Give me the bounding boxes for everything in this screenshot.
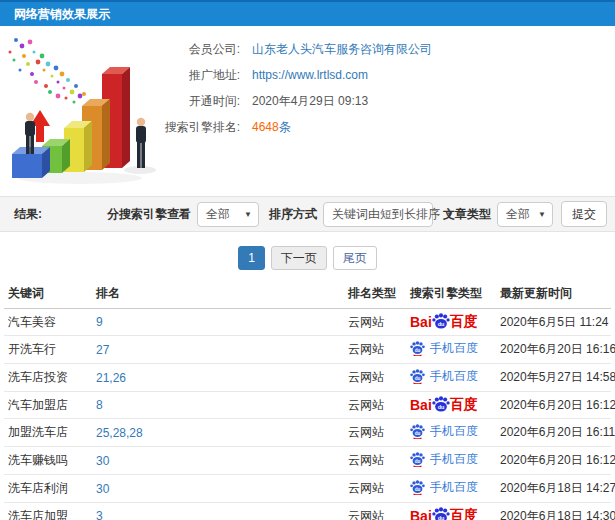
baidu-paw-icon: du — [432, 507, 450, 520]
table-row: 洗车店投资 21,26 云网站 du手机百度 2020年5月27日 14:58 — [4, 364, 611, 392]
confetti-dots — [9, 38, 87, 104]
open-time-value: 2020年4月29日 09:13 — [252, 93, 368, 110]
promo-url-link[interactable]: https://www.lrtlsd.com — [252, 68, 368, 82]
engine-cell: Baidu百度 — [406, 309, 496, 336]
engine-rank-value: 4648条 — [252, 119, 291, 136]
submit-button[interactable]: 提交 — [561, 201, 607, 227]
updated-cell: 2020年5月27日 14:58 — [496, 364, 611, 392]
sort-select[interactable]: 关键词由短到长排序 ▼ — [323, 202, 433, 227]
mobile-baidu-label: 手机百度 — [430, 451, 478, 468]
baidu-paw-icon: du — [410, 369, 425, 384]
rank-cell: 8 — [92, 392, 344, 419]
svg-text:du: du — [415, 376, 421, 381]
table-row: 加盟洗车店 25,28,28 云网站 du手机百度 2020年6月20日 16:… — [4, 419, 611, 447]
updated-cell: 2020年6月5日 11:24 — [496, 309, 611, 336]
results-table-wrap: 关键词 排名 排名类型 搜索引擎类型 最新更新时间 汽车美容 9 云网站 Bai… — [4, 279, 611, 520]
search-engine-logo: Baidu百度 — [410, 507, 478, 520]
keyword-cell: 洗车店利润 — [4, 475, 92, 503]
article-type-select[interactable]: 全部 ▼ — [497, 202, 553, 227]
rank-type-cell: 云网站 — [344, 503, 406, 520]
article-type-selected-value: 全部 — [506, 206, 530, 223]
info-row-member: 会员公司: 山东老人头汽车服务咨询有限公司 — [130, 36, 615, 62]
updated-cell: 2020年6月18日 14:27 — [496, 475, 611, 503]
app-header: 网络营销效果展示 — [0, 0, 615, 26]
updated-cell: 2020年6月20日 16:16 — [496, 336, 611, 364]
rank-cell: 25,28,28 — [92, 419, 344, 447]
svg-text:du: du — [437, 404, 444, 410]
table-row: 汽车加盟店 8 云网站 Baidu百度 2020年6月20日 16:12 — [4, 392, 611, 419]
rank-link[interactable]: 27 — [96, 343, 109, 357]
rank-link[interactable]: 25,28,28 — [96, 426, 143, 440]
page-button-current[interactable]: 1 — [238, 246, 265, 270]
engine-cell: du手机百度 — [406, 475, 496, 503]
result-label: 结果: — [14, 206, 42, 223]
svg-text:du: du — [415, 459, 421, 464]
page-title: 网络营销效果展示 — [14, 7, 110, 21]
rank-link[interactable]: 8 — [96, 398, 103, 412]
updated-cell: 2020年6月20日 16:12 — [496, 392, 611, 419]
rank-count-number: 4648 — [252, 120, 279, 134]
keyword-cell: 开洗车行 — [4, 336, 92, 364]
engine-cell: du手机百度 — [406, 447, 496, 475]
col-header-rank-type: 排名类型 — [344, 279, 406, 309]
search-engine-logo: du手机百度 — [410, 423, 478, 440]
keyword-cell: 汽车加盟店 — [4, 392, 92, 419]
updated-cell: 2020年6月20日 16:12 — [496, 447, 611, 475]
rank-link[interactable]: 9 — [96, 315, 103, 329]
info-row-open-time: 开通时间: 2020年4月29日 09:13 — [130, 88, 615, 114]
engine-filter-select[interactable]: 全部 ▼ — [197, 202, 259, 227]
keyword-cell: 加盟洗车店 — [4, 419, 92, 447]
rank-link[interactable]: 3 — [96, 509, 103, 520]
top-section: 会员公司: 山东老人头汽车服务咨询有限公司 推广地址: https://www.… — [0, 26, 615, 196]
table-row: 洗车店加盟 3 云网站 Baidu百度 2020年6月18日 14:30 — [4, 503, 611, 520]
baidu-paw-icon: du — [432, 313, 450, 331]
updated-cell: 2020年6月18日 14:30 — [496, 503, 611, 520]
search-engine-logo: du手机百度 — [410, 340, 478, 357]
col-header-keyword: 关键词 — [4, 279, 92, 309]
rank-cell: 3 — [92, 503, 344, 520]
member-company-link[interactable]: 山东老人头汽车服务咨询有限公司 — [252, 41, 432, 58]
col-header-engine-type: 搜索引擎类型 — [406, 279, 496, 309]
engine-cell: du手机百度 — [406, 419, 496, 447]
table-row: 洗车店利润 30 云网站 du手机百度 2020年6月18日 14:27 — [4, 475, 611, 503]
chevron-down-icon: ▼ — [538, 210, 546, 219]
rank-cell: 21,26 — [92, 364, 344, 392]
mobile-baidu-label: 手机百度 — [430, 479, 478, 496]
updated-cell: 2020年6月20日 16:11 — [496, 419, 611, 447]
sort-selected-value: 关键词由短到长排序 — [332, 206, 440, 223]
table-header-row: 关键词 排名 排名类型 搜索引擎类型 最新更新时间 — [4, 279, 611, 309]
engine-cell: Baidu百度 — [406, 503, 496, 520]
keyword-cell: 汽车美容 — [4, 309, 92, 336]
rank-link[interactable]: 30 — [96, 454, 109, 468]
next-page-button[interactable]: 下一页 — [271, 246, 327, 270]
info-row-url: 推广地址: https://www.lrtlsd.com — [130, 62, 615, 88]
keyword-cell: 洗车店投资 — [4, 364, 92, 392]
baidu-paw-icon: du — [410, 341, 425, 356]
rank-link[interactable]: 30 — [96, 482, 109, 496]
rank-type-cell: 云网站 — [344, 447, 406, 475]
engine-cell: du手机百度 — [406, 364, 496, 392]
svg-text:du: du — [415, 487, 421, 492]
rank-type-cell: 云网站 — [344, 364, 406, 392]
col-header-updated: 最新更新时间 — [496, 279, 611, 309]
mobile-baidu-label: 手机百度 — [430, 423, 478, 440]
rank-type-cell: 云网站 — [344, 336, 406, 364]
pagination: 1 下一页 尾页 — [0, 246, 615, 270]
last-page-button[interactable]: 尾页 — [333, 246, 377, 270]
rank-link[interactable]: 21,26 — [96, 371, 126, 385]
table-row: 汽车美容 9 云网站 Baidu百度 2020年6月5日 11:24 — [4, 309, 611, 336]
svg-text:du: du — [415, 431, 421, 436]
svg-text:du: du — [437, 515, 444, 520]
baidu-logo-bai-text: Bai — [410, 508, 432, 520]
svg-text:du: du — [437, 321, 444, 327]
rank-count-unit: 条 — [279, 120, 291, 134]
mobile-baidu-label: 手机百度 — [430, 340, 478, 357]
baidu-paw-icon: du — [410, 452, 425, 467]
engine-cell: Baidu百度 — [406, 392, 496, 419]
keyword-cell: 洗车赚钱吗 — [4, 447, 92, 475]
engine-cell: du手机百度 — [406, 336, 496, 364]
rank-cell: 9 — [92, 309, 344, 336]
company-info: 会员公司: 山东老人头汽车服务咨询有限公司 推广地址: https://www.… — [130, 26, 615, 140]
search-engine-logo: du手机百度 — [410, 368, 478, 385]
col-header-rank: 排名 — [92, 279, 344, 309]
